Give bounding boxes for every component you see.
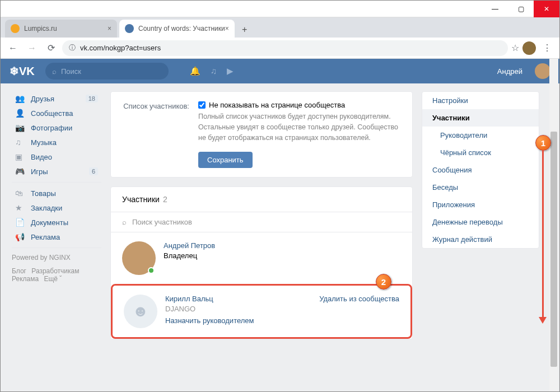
browser-menu[interactable]: ⋮ — [539, 43, 555, 53]
bookmark-star[interactable]: ☆ — [511, 43, 519, 53]
left-nav: 👥Друзья18 👤Сообщества 📷Фотографии ♫Музык… — [12, 91, 101, 348]
vk-logo[interactable]: ❄VK — [10, 64, 38, 78]
nav-documents[interactable]: 📄Документы — [12, 215, 101, 230]
header-avatar[interactable] — [535, 63, 550, 79]
vk-header: ❄VK ⌕ Поиск 🔔 ♫ ▶ Андрей — [1, 59, 559, 83]
video-icon: ▣ — [15, 152, 25, 161]
member-role: Владелец — [164, 251, 401, 260]
bookmarks-icon: ★ — [15, 203, 25, 212]
nav-friends[interactable]: 👥Друзья18 — [12, 91, 101, 106]
friends-icon: 👥 — [15, 94, 25, 103]
assign-admin-link[interactable]: Назначить руководителем — [165, 316, 254, 325]
viewport-scrollbar[interactable] — [549, 59, 558, 391]
communities-icon: 👤 — [15, 109, 25, 118]
badge: 6 — [89, 167, 98, 175]
scrollbar-thumb[interactable] — [550, 132, 557, 367]
tab-label: Lumpics.ru — [24, 25, 57, 32]
annotation-arrow-line — [542, 150, 544, 318]
favicon-lumpics-icon — [11, 24, 20, 33]
callout-1: 1 — [535, 135, 551, 151]
right-nav: Настройки Участники Руководители Чёрный … — [422, 91, 539, 249]
nav-communities[interactable]: 👤Сообщества — [12, 106, 101, 120]
nav-photos[interactable]: 📷Фотографии — [12, 120, 101, 135]
rnav-members[interactable]: Участники — [422, 109, 539, 127]
settings-card: Список участников: Не показывать на стра… — [110, 91, 413, 178]
hide-members-checkbox[interactable]: Не показывать на странице сообщества — [198, 101, 401, 109]
rnav-chats[interactable]: Беседы — [422, 179, 539, 196]
games-icon: 🎮 — [15, 167, 25, 176]
rnav-blacklist[interactable]: Чёрный список — [422, 144, 539, 161]
bell-icon[interactable]: 🔔 — [190, 66, 200, 76]
profile-avatar[interactable] — [522, 41, 536, 55]
rnav-apps[interactable]: Приложения — [422, 196, 539, 213]
members-card: Участники 2 ⌕ Поиск участников Андрей Пе… — [110, 186, 413, 339]
photos-icon: 📷 — [15, 123, 25, 132]
rnav-log[interactable]: Журнал действий — [422, 231, 539, 248]
nav-ads[interactable]: 📢Реклама — [12, 230, 101, 244]
member-name[interactable]: Андрей Петров — [164, 241, 401, 250]
url-text: vk.com/nokgp?act=users — [80, 44, 161, 52]
address-bar: ← → ⟳ ⓘ vk.com/nokgp?act=users ☆ ⋮ — [1, 38, 559, 59]
search-icon: ⌕ — [52, 67, 57, 76]
member-avatar[interactable]: ☻ — [124, 295, 157, 328]
documents-icon: 📄 — [15, 218, 25, 227]
members-count: 2 — [163, 195, 167, 204]
music-icon[interactable]: ♫ — [211, 66, 217, 76]
header-icons: 🔔 ♫ ▶ — [190, 66, 234, 76]
window-minimize[interactable]: — — [482, 1, 508, 17]
rnav-admins[interactable]: Руководители — [422, 127, 539, 144]
music-nav-icon: ♫ — [15, 138, 25, 147]
tab-vk[interactable]: Country of words: Участники × — [119, 20, 235, 38]
footer-dev[interactable]: Разработчикам — [31, 267, 79, 275]
footer-powered: Powered by NGINX — [12, 254, 101, 262]
nav-back[interactable]: ← — [5, 40, 21, 56]
online-indicator-icon — [148, 267, 155, 274]
remove-from-community-link[interactable]: Удалить из сообщества — [319, 295, 399, 303]
annotation-arrow-head-icon — [539, 317, 547, 324]
viewport: ❄VK ⌕ Поиск 🔔 ♫ ▶ Андрей 👥Друзья18 👤Сооб… — [1, 59, 559, 391]
header-username[interactable]: Андрей — [497, 67, 522, 76]
member-row-highlighted: ☻ Кирилл Вальц DJANGO Назначить руководи… — [111, 284, 412, 339]
footer-blog[interactable]: Блог — [12, 267, 26, 275]
nav-bookmarks[interactable]: ★Закладки — [12, 200, 101, 215]
favicon-vk-icon — [125, 24, 134, 33]
footer-more[interactable]: Ещё ˇ — [44, 275, 62, 283]
market-icon: 🛍 — [15, 189, 25, 198]
tab-lumpics[interactable]: Lumpics.ru × — [5, 20, 117, 38]
vk-search[interactable]: ⌕ Поиск — [45, 63, 169, 80]
nav-music[interactable]: ♫Музыка — [12, 135, 101, 150]
setting-label: Список участников: — [122, 101, 189, 143]
nav-market[interactable]: 🛍Товары — [12, 186, 101, 200]
footer-ads[interactable]: Реклама — [12, 275, 39, 283]
rnav-settings[interactable]: Настройки — [422, 92, 539, 109]
member-extra: DJANGO — [165, 305, 399, 313]
badge: 18 — [86, 95, 98, 102]
nav-reload[interactable]: ⟳ — [43, 40, 59, 56]
member-avatar[interactable] — [122, 241, 156, 275]
search-placeholder: Поиск — [61, 67, 81, 76]
window-close[interactable]: ✕ — [534, 1, 559, 17]
new-tab-button[interactable]: + — [237, 22, 253, 38]
window-maximize[interactable]: ▢ — [508, 1, 534, 17]
tab-label: Country of words: Участники — [138, 25, 225, 32]
setting-description: Полный список участников будет доступен … — [198, 111, 401, 143]
titlebar: — ▢ ✕ — [1, 1, 559, 17]
nav-video[interactable]: ▣Видео — [12, 150, 101, 164]
page-body: 👥Друзья18 👤Сообщества 📷Фотографии ♫Музык… — [1, 83, 559, 348]
tab-close-icon[interactable]: × — [225, 25, 229, 32]
play-icon[interactable]: ▶ — [227, 66, 234, 76]
checkbox-input[interactable] — [198, 101, 206, 109]
members-search[interactable]: ⌕ Поиск участников — [111, 212, 412, 232]
browser-window: — ▢ ✕ Lumpics.ru × Country of words: Уча… — [0, 0, 560, 392]
rnav-money[interactable]: Денежные переводы — [422, 213, 539, 231]
search-icon: ⌕ — [122, 218, 127, 226]
tab-close-icon[interactable]: × — [108, 25, 111, 32]
nav-games[interactable]: 🎮Игры6 — [12, 164, 101, 179]
ads-icon: 📢 — [15, 232, 25, 241]
rnav-messages[interactable]: Сообщения — [422, 161, 539, 179]
center-column: Список участников: Не показывать на стра… — [110, 91, 413, 348]
save-button[interactable]: Сохранить — [198, 152, 253, 168]
search-placeholder: Поиск участников — [132, 218, 192, 226]
omnibox[interactable]: ⓘ vk.com/nokgp?act=users — [62, 40, 508, 56]
members-heading: Участники 2 — [111, 187, 412, 212]
